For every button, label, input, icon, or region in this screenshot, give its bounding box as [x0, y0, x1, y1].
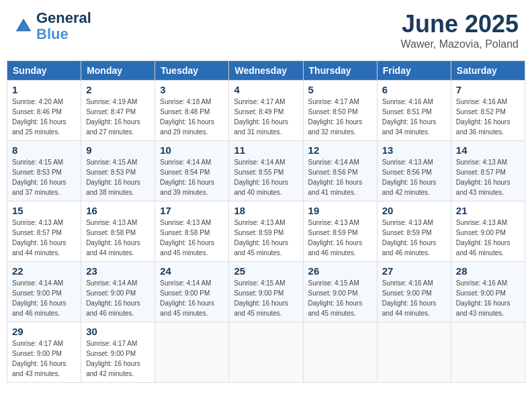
calendar-cell: 14 Sunrise: 4:13 AM Sunset: 8:57 PM Dayl…: [451, 141, 525, 201]
calendar-cell: 2 Sunrise: 4:19 AM Sunset: 8:47 PM Dayli…: [81, 81, 155, 141]
day-number: 3: [160, 84, 224, 95]
calendar-cell: 9 Sunrise: 4:15 AM Sunset: 8:53 PM Dayli…: [81, 141, 155, 201]
calendar-cell: 17 Sunrise: 4:13 AM Sunset: 8:58 PM Dayl…: [155, 201, 229, 262]
day-number: 9: [86, 144, 150, 156]
day-number: 5: [308, 84, 372, 95]
day-info: Sunrise: 4:13 AM Sunset: 9:00 PM Dayligh…: [456, 218, 520, 258]
day-number: 1: [12, 84, 76, 95]
calendar-cell: 23 Sunrise: 4:14 AM Sunset: 9:00 PM Dayl…: [81, 262, 155, 322]
day-number: 12: [308, 144, 372, 156]
col-saturday: Saturday: [451, 61, 525, 81]
day-info: Sunrise: 4:13 AM Sunset: 8:58 PM Dayligh…: [86, 218, 150, 258]
day-info: Sunrise: 4:20 AM Sunset: 8:46 PM Dayligh…: [12, 97, 76, 137]
day-info: Sunrise: 4:16 AM Sunset: 9:00 PM Dayligh…: [382, 278, 446, 318]
day-info: Sunrise: 4:15 AM Sunset: 8:53 PM Dayligh…: [12, 157, 76, 197]
day-info: Sunrise: 4:19 AM Sunset: 8:47 PM Dayligh…: [86, 97, 150, 137]
day-number: 22: [12, 265, 76, 277]
calendar-cell: [229, 322, 303, 383]
day-info: Sunrise: 4:14 AM Sunset: 8:55 PM Dayligh…: [234, 157, 298, 197]
day-info: Sunrise: 4:13 AM Sunset: 8:58 PM Dayligh…: [160, 218, 224, 258]
logo-icon: [13, 16, 34, 36]
day-info: Sunrise: 4:15 AM Sunset: 8:53 PM Dayligh…: [86, 157, 150, 197]
day-number: 17: [160, 205, 224, 216]
calendar-cell: 4 Sunrise: 4:17 AM Sunset: 8:49 PM Dayli…: [229, 81, 303, 141]
calendar-cell: 15 Sunrise: 4:13 AM Sunset: 8:57 PM Dayl…: [7, 201, 81, 262]
day-info: Sunrise: 4:17 AM Sunset: 9:00 PM Dayligh…: [86, 338, 150, 379]
calendar-cell: 13 Sunrise: 4:13 AM Sunset: 8:56 PM Dayl…: [377, 141, 451, 201]
calendar-cell: 6 Sunrise: 4:16 AM Sunset: 8:51 PM Dayli…: [377, 81, 451, 141]
col-sunday: Sunday: [7, 61, 81, 81]
day-number: 20: [382, 205, 446, 216]
day-info: Sunrise: 4:13 AM Sunset: 8:57 PM Dayligh…: [456, 157, 520, 197]
calendar-cell: 28 Sunrise: 4:16 AM Sunset: 9:00 PM Dayl…: [451, 262, 525, 322]
day-info: Sunrise: 4:13 AM Sunset: 8:59 PM Dayligh…: [308, 218, 372, 258]
logo-text: General Blue: [36, 10, 91, 42]
day-info: Sunrise: 4:16 AM Sunset: 8:51 PM Dayligh…: [382, 97, 446, 137]
day-info: Sunrise: 4:13 AM Sunset: 8:59 PM Dayligh…: [382, 218, 446, 258]
day-info: Sunrise: 4:14 AM Sunset: 8:54 PM Dayligh…: [160, 157, 224, 197]
calendar-week-row: 22 Sunrise: 4:14 AM Sunset: 9:00 PM Dayl…: [7, 262, 525, 322]
day-number: 30: [86, 326, 150, 337]
day-number: 6: [382, 84, 446, 95]
day-info: Sunrise: 4:14 AM Sunset: 9:00 PM Dayligh…: [160, 278, 224, 318]
calendar-cell: 29 Sunrise: 4:17 AM Sunset: 9:00 PM Dayl…: [7, 322, 81, 383]
calendar-cell: 3 Sunrise: 4:18 AM Sunset: 8:48 PM Dayli…: [155, 81, 229, 141]
day-info: Sunrise: 4:17 AM Sunset: 8:50 PM Dayligh…: [308, 97, 372, 137]
col-thursday: Thursday: [303, 61, 377, 81]
calendar-cell: 19 Sunrise: 4:13 AM Sunset: 8:59 PM Dayl…: [303, 201, 377, 262]
day-info: Sunrise: 4:17 AM Sunset: 8:49 PM Dayligh…: [234, 97, 298, 137]
col-tuesday: Tuesday: [155, 61, 229, 81]
day-number: 21: [456, 205, 520, 216]
day-info: Sunrise: 4:14 AM Sunset: 8:56 PM Dayligh…: [308, 157, 372, 197]
calendar-cell: 1 Sunrise: 4:20 AM Sunset: 8:46 PM Dayli…: [7, 81, 81, 141]
day-info: Sunrise: 4:15 AM Sunset: 9:00 PM Dayligh…: [234, 278, 298, 318]
title-block: June 2025 Wawer, Mazovia, Poland: [401, 10, 519, 50]
calendar-cell: 18 Sunrise: 4:13 AM Sunset: 8:59 PM Dayl…: [229, 201, 303, 262]
calendar-cell: 30 Sunrise: 4:17 AM Sunset: 9:00 PM Dayl…: [81, 322, 155, 383]
day-info: Sunrise: 4:15 AM Sunset: 9:00 PM Dayligh…: [308, 278, 372, 318]
day-number: 14: [456, 144, 520, 156]
calendar-week-row: 29 Sunrise: 4:17 AM Sunset: 9:00 PM Dayl…: [7, 322, 525, 383]
calendar-cell: [451, 322, 525, 383]
day-number: 2: [86, 84, 150, 95]
day-number: 18: [234, 205, 298, 216]
day-number: 26: [308, 265, 372, 277]
day-number: 16: [86, 205, 150, 216]
day-info: Sunrise: 4:13 AM Sunset: 8:57 PM Dayligh…: [12, 218, 76, 258]
month-title: June 2025: [401, 10, 519, 38]
day-info: Sunrise: 4:18 AM Sunset: 8:48 PM Dayligh…: [160, 97, 224, 137]
calendar-cell: 26 Sunrise: 4:15 AM Sunset: 9:00 PM Dayl…: [303, 262, 377, 322]
day-info: Sunrise: 4:17 AM Sunset: 9:00 PM Dayligh…: [12, 338, 76, 379]
day-number: 10: [160, 144, 224, 156]
day-number: 13: [382, 144, 446, 156]
calendar-cell: 5 Sunrise: 4:17 AM Sunset: 8:50 PM Dayli…: [303, 81, 377, 141]
col-friday: Friday: [377, 61, 451, 81]
day-number: 29: [12, 326, 76, 337]
calendar-week-row: 15 Sunrise: 4:13 AM Sunset: 8:57 PM Dayl…: [7, 201, 525, 262]
day-number: 11: [234, 144, 298, 156]
day-number: 28: [456, 265, 520, 277]
calendar-cell: 16 Sunrise: 4:13 AM Sunset: 8:58 PM Dayl…: [81, 201, 155, 262]
calendar-cell: 10 Sunrise: 4:14 AM Sunset: 8:54 PM Dayl…: [155, 141, 229, 201]
calendar-cell: 21 Sunrise: 4:13 AM Sunset: 9:00 PM Dayl…: [451, 201, 525, 262]
calendar-cell: 27 Sunrise: 4:16 AM Sunset: 9:00 PM Dayl…: [377, 262, 451, 322]
calendar-table: Sunday Monday Tuesday Wednesday Thursday…: [7, 60, 525, 383]
day-info: Sunrise: 4:16 AM Sunset: 8:52 PM Dayligh…: [456, 97, 520, 137]
col-wednesday: Wednesday: [229, 61, 303, 81]
col-monday: Monday: [81, 61, 155, 81]
calendar-cell: 11 Sunrise: 4:14 AM Sunset: 8:55 PM Dayl…: [229, 141, 303, 201]
calendar-cell: 25 Sunrise: 4:15 AM Sunset: 9:00 PM Dayl…: [229, 262, 303, 322]
location-subtitle: Wawer, Mazovia, Poland: [401, 38, 519, 50]
calendar-cell: 8 Sunrise: 4:15 AM Sunset: 8:53 PM Dayli…: [7, 141, 81, 201]
day-number: 23: [86, 265, 150, 277]
calendar-cell: 20 Sunrise: 4:13 AM Sunset: 8:59 PM Dayl…: [377, 201, 451, 262]
day-number: 19: [308, 205, 372, 216]
calendar-cell: 12 Sunrise: 4:14 AM Sunset: 8:56 PM Dayl…: [303, 141, 377, 201]
calendar-cell: [303, 322, 377, 383]
day-info: Sunrise: 4:16 AM Sunset: 9:00 PM Dayligh…: [456, 278, 520, 318]
calendar-week-row: 1 Sunrise: 4:20 AM Sunset: 8:46 PM Dayli…: [7, 81, 525, 141]
calendar-cell: [377, 322, 451, 383]
day-number: 8: [12, 144, 76, 156]
calendar-header-row: Sunday Monday Tuesday Wednesday Thursday…: [7, 61, 525, 81]
day-info: Sunrise: 4:14 AM Sunset: 9:00 PM Dayligh…: [12, 278, 76, 318]
